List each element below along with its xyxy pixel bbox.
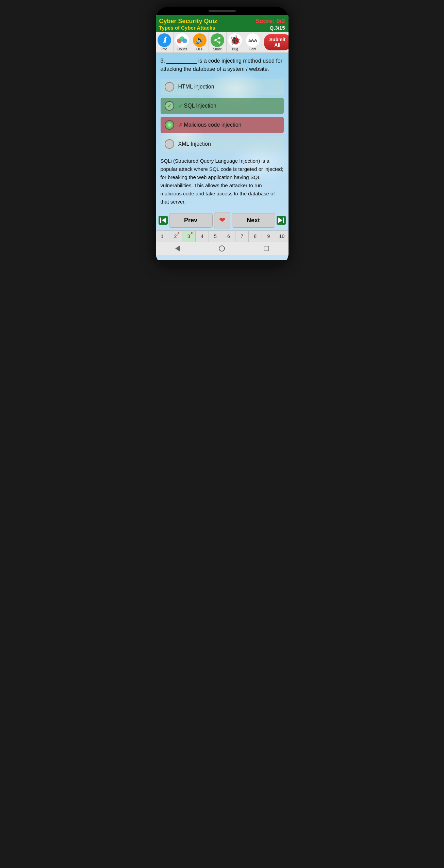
content-area: 3. __________ is a code injecting method… [156,53,289,210]
toolbar: ℹ Info Clouds 🔊 OFF [156,32,289,53]
toolbar-font[interactable]: aAA Font [244,32,262,52]
toolbar-share[interactable]: Share [209,32,227,52]
question-text: 3. __________ is a code injecting method… [161,57,284,73]
page-9[interactable]: 9 [262,231,275,242]
clouds-label: Clouds [177,47,187,51]
back-button[interactable] [175,245,180,252]
info-label: Info [162,47,167,51]
prev-button[interactable]: Prev [169,213,213,228]
bug-icon: 🐞 [228,33,242,47]
page-6[interactable]: 6 [222,231,235,242]
app-title: Cyber Security Quiz [159,18,217,25]
svg-point-2 [182,38,187,43]
score-display: Score: 0/2 [256,18,285,25]
option-a-label: HTML injection [178,84,214,90]
correct-mark: ✓ [178,103,183,109]
page-1[interactable]: 1 [156,231,169,242]
option-c-label: Malicious code injection [184,122,242,128]
option-b-label: SQL Injection [184,103,216,109]
home-button[interactable] [219,245,225,252]
toolbar-bug[interactable]: 🐞 Bug [227,32,244,52]
page-numbers-row: 1 ✗ 2 ✗ 3 4 5 6 [156,230,289,242]
radio-a [165,82,174,92]
page-3-mark: ✗ [190,231,193,236]
notch [209,10,236,12]
page-4[interactable]: 4 [196,231,209,242]
page-2[interactable]: ✗ 2 [169,231,182,242]
question-number: Q.3/15 [269,25,285,31]
option-b[interactable]: ✓ ✓ SQL Injection [161,98,284,114]
explanation-text: SQLi (Structured Query Language Injectio… [161,157,284,206]
option-a[interactable]: HTML injection [161,79,284,95]
subtitle: Types of Cyber Attacks [159,25,215,31]
font-icon: aAA [246,33,260,47]
toolbar-info[interactable]: ℹ Info [156,32,174,52]
option-d-label: XML Injection [178,141,211,147]
radio-dot [168,123,171,127]
option-d[interactable]: XML Injection [161,136,284,152]
radio-d [165,139,174,149]
page-5[interactable]: 5 [209,231,222,242]
header: Cyber Security Quiz Score: 0/2 Types of … [156,15,289,32]
next-skip-button[interactable] [277,216,286,225]
option-c[interactable]: ✗ Malicious code injection [161,117,284,133]
phone-frame: Cyber Security Quiz Score: 0/2 Types of … [156,7,289,266]
page-2-mark: ✗ [177,231,180,236]
header-top: Cyber Security Quiz Score: 0/2 [159,18,285,25]
toolbar-clouds[interactable]: Clouds [174,32,191,52]
header-bottom: Types of Cyber Attacks Q.3/15 [159,25,285,31]
status-bar [156,7,289,15]
wrong-mark: ✗ [178,122,183,128]
recents-button[interactable] [264,246,269,251]
nav-buttons-row: Prev ❤ Next [156,210,289,230]
share-icon [211,33,224,47]
android-nav-bar [156,242,289,255]
page-8[interactable]: 8 [249,231,262,242]
submit-all-button[interactable]: Submit All [264,34,289,50]
clouds-icon [175,33,189,47]
share-label: Share [213,47,222,51]
page-3[interactable]: ✗ 3 [182,231,196,242]
info-icon: ℹ [158,33,171,47]
next-button[interactable]: Next [232,213,275,228]
prev-skip-button[interactable] [159,216,168,225]
sound-label: OFF [196,47,203,51]
bottom-nav: Prev ❤ Next 1 ✗ [156,210,289,255]
heart-button[interactable]: ❤ [214,212,230,228]
heart-icon: ❤ [219,216,225,224]
page-10[interactable]: 10 [275,231,288,242]
toolbar-sound[interactable]: 🔊 OFF [191,32,209,52]
sound-icon: 🔊 [193,33,207,47]
radio-b: ✓ [165,101,174,111]
bug-label: Bug [232,47,238,51]
page-7[interactable]: 7 [235,231,249,242]
app-container: Cyber Security Quiz Score: 0/2 Types of … [156,15,289,260]
check-icon: ✓ [167,103,171,109]
radio-c [165,120,174,130]
font-label: Font [249,47,256,51]
